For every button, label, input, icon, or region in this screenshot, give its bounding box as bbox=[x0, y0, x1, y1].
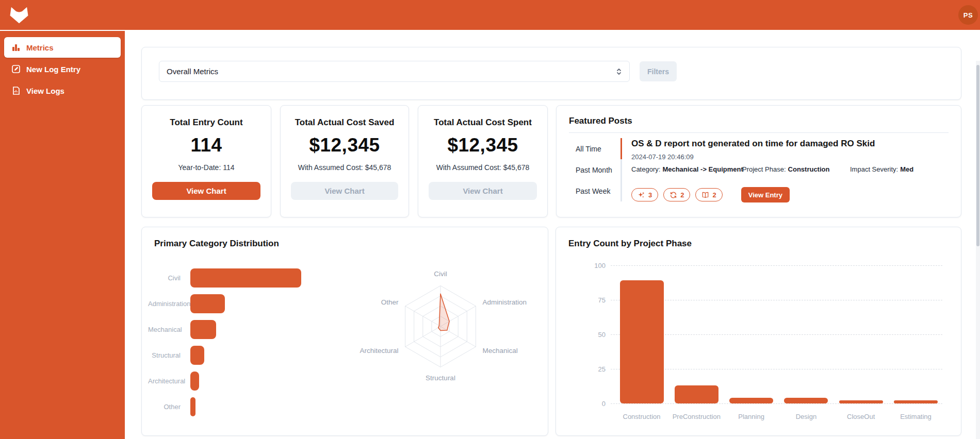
view-chart-button[interactable]: View Chart bbox=[291, 182, 398, 200]
document-chart-icon bbox=[11, 86, 21, 95]
gridline bbox=[611, 265, 942, 266]
book-count-badge[interactable]: 2 bbox=[695, 188, 722, 201]
x-tick-label: Construction bbox=[611, 413, 673, 420]
category-bar-row: Architectural bbox=[148, 368, 344, 394]
phase-label: Project Phase: bbox=[742, 165, 786, 173]
bar-chart-icon bbox=[11, 43, 21, 52]
category-label: Structural bbox=[148, 351, 190, 359]
tab-past-month[interactable]: Past Month bbox=[569, 159, 622, 180]
fox-logo-icon[interactable] bbox=[8, 5, 30, 25]
phase-bar-chart: 0255075100ConstructionPreConstructionPla… bbox=[556, 227, 962, 436]
user-avatar[interactable]: PS bbox=[958, 5, 978, 25]
stat-card-cost-spent: Total Actual Cost Spent $12,345 With Ass… bbox=[418, 105, 548, 217]
phase-bar bbox=[675, 385, 718, 403]
x-tick-label: CloseOut bbox=[830, 413, 892, 420]
sidebar-item-new-log-entry[interactable]: New Log Entry bbox=[4, 59, 121, 79]
phase-bar bbox=[894, 400, 938, 403]
stat-title: Total Actual Cost Spent bbox=[418, 117, 547, 128]
stat-card-cost-saved: Total Actual Cost Saved $12,345 With Ass… bbox=[280, 105, 409, 217]
radar-axis-label: Architectural bbox=[360, 347, 399, 354]
post-project-phase: Project Phase:Construction bbox=[742, 165, 829, 173]
category-bar bbox=[190, 397, 195, 416]
sidebar-item-label: Metrics bbox=[26, 43, 54, 52]
post-timestamp: 2024-07-19 20:46:09 bbox=[631, 153, 694, 161]
stat-value: $12,345 bbox=[418, 134, 547, 156]
stat-subtitle: Year-to-Date: 114 bbox=[142, 163, 271, 172]
refresh-icon bbox=[669, 191, 677, 199]
y-tick-label: 75 bbox=[577, 296, 606, 304]
view-chart-button[interactable]: View Chart bbox=[152, 182, 260, 200]
x-tick-label: Planning bbox=[721, 413, 782, 420]
metric-select[interactable]: Overall Metrics bbox=[159, 61, 630, 82]
y-tick-label: 25 bbox=[577, 365, 606, 373]
category-distribution-card: Primary Category Distribution CivilAdmin… bbox=[141, 227, 548, 436]
sidebar-item-metrics[interactable]: Metrics bbox=[4, 37, 121, 58]
y-tick-label: 100 bbox=[577, 262, 606, 269]
radar-axis-label: Civil bbox=[434, 270, 447, 278]
category-value: Mechanical -> Equipment bbox=[662, 165, 743, 173]
category-label: Other bbox=[148, 403, 190, 411]
stat-card-entry-count: Total Entry Count 114 Year-to-Date: 114 … bbox=[141, 105, 271, 217]
category-radar-chart: CivilAdministrationMechanicalStructuralA… bbox=[353, 239, 528, 388]
category-chart-title: Primary Category Distribution bbox=[154, 239, 279, 249]
stat-value: $12,345 bbox=[281, 134, 409, 156]
badge-count: 2 bbox=[712, 191, 716, 199]
category-bar bbox=[190, 294, 225, 313]
featured-posts-title: Featured Posts bbox=[569, 116, 632, 126]
featured-posts-card: Featured Posts All Time Past Month Past … bbox=[556, 105, 961, 217]
stat-value: 114 bbox=[142, 134, 271, 156]
phase-bar bbox=[784, 398, 828, 403]
radar-axis-label: Mechanical bbox=[482, 347, 517, 354]
book-icon bbox=[701, 191, 709, 199]
sparkles-icon bbox=[638, 191, 645, 199]
stat-subtitle: With Assumed Cost: $45,678 bbox=[281, 163, 409, 172]
tab-past-week[interactable]: Past Week bbox=[569, 180, 622, 201]
view-chart-button[interactable]: View Chart bbox=[429, 182, 537, 200]
stat-title: Total Entry Count bbox=[142, 117, 271, 128]
category-bar-row: Mechanical bbox=[148, 316, 344, 342]
category-bar bbox=[190, 372, 199, 391]
tab-all-time[interactable]: All Time bbox=[569, 138, 622, 159]
phase-bar bbox=[620, 280, 664, 403]
stat-subtitle: With Assumed Cost: $45,678 bbox=[418, 163, 547, 172]
y-tick-label: 0 bbox=[577, 400, 606, 408]
post-impact-severity: Impact Severity:Med bbox=[850, 165, 913, 173]
x-tick-label: Estimating bbox=[885, 413, 947, 420]
metric-select-value: Overall Metrics bbox=[167, 67, 218, 76]
post-title: OS & D report not generated on time for … bbox=[631, 139, 875, 149]
radar-axis-label: Structural bbox=[426, 374, 455, 382]
top-bar: PS bbox=[0, 0, 980, 30]
category-bar-row: Structural bbox=[148, 342, 344, 368]
phase-value: Construction bbox=[788, 165, 830, 173]
gridline bbox=[611, 403, 942, 404]
project-phase-card: Entry Count by Project Phase 0255075100C… bbox=[556, 227, 961, 436]
category-bar-chart: CivilAdministrationMechanicalStructuralA… bbox=[148, 265, 344, 419]
category-bar bbox=[190, 268, 301, 288]
view-entry-button[interactable]: View Entry bbox=[741, 187, 790, 202]
divider bbox=[569, 132, 949, 133]
radar-axis-label: Other bbox=[381, 298, 399, 306]
sparkles-count-badge[interactable]: 3 bbox=[631, 188, 658, 201]
y-tick-label: 50 bbox=[577, 331, 606, 339]
category-label: Architectural bbox=[148, 377, 190, 385]
select-chevron-icon bbox=[614, 67, 624, 76]
main-content: Overall Metrics Filters Total Entry Coun… bbox=[125, 30, 980, 439]
sidebar: Metrics New Log Entry View Logs bbox=[0, 31, 125, 439]
pencil-square-icon bbox=[11, 64, 21, 74]
category-label: Category: bbox=[631, 165, 660, 173]
filters-button[interactable]: Filters bbox=[640, 61, 677, 81]
category-bar bbox=[190, 320, 216, 339]
x-tick-label: Design bbox=[775, 413, 837, 420]
category-bar-row: Other bbox=[148, 394, 344, 419]
sidebar-item-label: View Logs bbox=[26, 87, 64, 95]
stat-title: Total Actual Cost Saved bbox=[281, 117, 409, 128]
scrollbar-track bbox=[976, 61, 980, 439]
phase-bar bbox=[839, 400, 883, 403]
filter-bar-card: Overall Metrics Filters bbox=[141, 47, 961, 100]
category-bar-row: Administration bbox=[148, 291, 344, 316]
phase-bar bbox=[729, 398, 773, 403]
category-label: Mechanical bbox=[148, 326, 190, 333]
refresh-count-badge[interactable]: 2 bbox=[663, 188, 690, 201]
sidebar-item-view-logs[interactable]: View Logs bbox=[4, 80, 121, 101]
scrollbar-thumb[interactable] bbox=[976, 65, 979, 246]
